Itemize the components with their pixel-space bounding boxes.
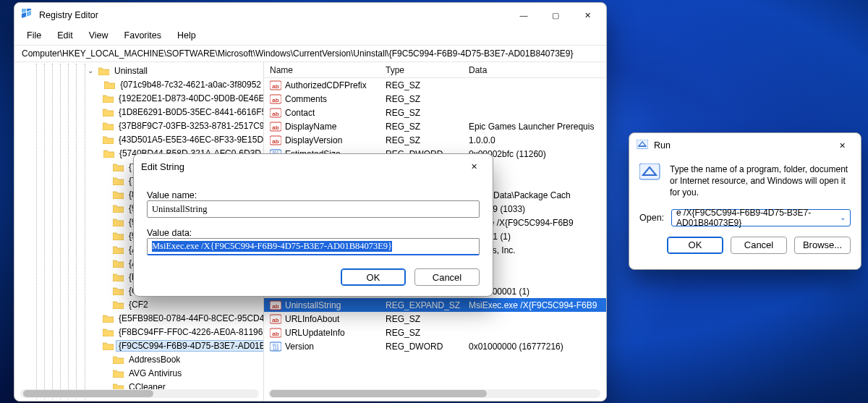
regedit-app-icon [22,9,33,22]
value-type-icon [270,300,281,310]
col-data[interactable]: Data [463,65,606,75]
value-type-icon [270,122,281,132]
value-type-icon [270,94,281,104]
open-combobox[interactable]: e /X{F9C5C994-F6B9-4D75-B3E7-AD01B84073E… [671,209,851,226]
value-name-label: Value name: [147,190,480,200]
list-row[interactable]: UninstallStringREG_EXPAND_SZMsiExec.exe … [264,298,606,312]
run-dialog: Run ✕ Type the name of a program, folder… [629,132,861,270]
run-ok-button[interactable]: OK [667,237,723,254]
menu-file[interactable]: File [20,29,48,42]
tree-node[interactable]: AddressBook [14,352,263,366]
menu-view[interactable]: View [82,29,115,42]
regedit-title: Registry Editor [39,10,98,20]
value-type-icon [270,80,281,90]
tree-node[interactable]: {CF2 [14,297,263,311]
regedit-titlebar[interactable]: Registry Editor ― ▢ ✕ [14,3,606,27]
tree-node[interactable]: {37B8F9C7-03FB-3253-8781-2517C9 [14,119,263,132]
tree-node[interactable]: {43D501A5-E5E3-46EC-8F33-9E15D2 [14,132,263,146]
value-type-icon [270,135,281,145]
list-row[interactable]: DisplayNameREG_SZEpic Games Launcher Pre… [264,119,606,133]
tree-node[interactable]: {192E20E1-D873-40DC-9D0B-0E46E [14,91,263,105]
value-data-input[interactable]: MsiExec.exe /X{F9C5C994-F6B9-4D75-B3E7-A… [147,238,480,255]
run-title: Run [654,140,671,150]
list-row[interactable]: AuthorizedCDFPrefixREG_SZ [264,78,606,92]
run-browse-button[interactable]: Browse... [794,237,851,254]
open-label: Open: [639,213,664,223]
menu-favorites[interactable]: Favorites [118,29,168,42]
tree-node[interactable]: AVG Antivirus [14,366,263,380]
tree-node[interactable]: {1D8E6291-B0D5-35EC-8441-6616F5 [14,105,263,119]
edit-string-dialog: Edit String ✕ Value name: Value data: Ms… [133,153,493,297]
value-type-icon [270,314,281,324]
tree-node[interactable]: {F8BC94FF-FF0C-4226-AE0A-811960 [14,325,263,339]
tree-node[interactable]: {071c9b48-7c32-4621-a0ac-3f80952 [14,77,263,91]
open-value: e /X{F9C5C994-F6B9-4D75-B3E7-AD01B84073E… [676,208,835,228]
run-description: Type the name of a program, folder, docu… [670,164,851,199]
value-type-icon [270,108,281,118]
run-titlebar[interactable]: Run ✕ [629,133,861,158]
menu-edit[interactable]: Edit [51,29,80,42]
list-row[interactable]: URLUpdateInfoREG_SZ [264,326,606,339]
minimize-button[interactable]: ― [508,4,540,26]
value-data-selected-text: MsiExec.exe /X{F9C5C994-F6B9-4D75-B3E7-A… [152,241,392,252]
tree-node[interactable]: {E5FB98E0-0784-44F0-8CEC-95CD46 [14,311,263,325]
run-icon [639,164,661,183]
tree-node-root[interactable]: ⌄Uninstall [14,64,263,77]
list-row[interactable]: ContactREG_SZ [264,106,606,119]
address-bar[interactable]: Computer\HKEY_LOCAL_MACHINE\SOFTWARE\Mic… [14,45,606,62]
chevron-down-icon[interactable]: ⌄ [840,213,846,221]
list-header[interactable]: Name Type Data [264,62,606,78]
run-app-icon [637,140,648,152]
edit-string-close-button[interactable]: ✕ [458,156,490,177]
list-row[interactable]: CommentsREG_SZ [264,92,606,106]
menu-bar: File Edit View Favorites Help [14,27,606,45]
col-name[interactable]: Name [264,65,380,75]
tree-node[interactable]: {F9C5C994-F6B9-4D75-B3E7-AD01B [14,339,263,352]
run-cancel-button[interactable]: Cancel [731,237,787,254]
menu-help[interactable]: Help [171,29,203,42]
value-data-label: Value data: [147,228,480,238]
ok-button[interactable]: OK [341,268,406,286]
value-type-icon [270,328,281,338]
edit-string-titlebar[interactable]: Edit String ✕ [134,154,493,179]
run-close-button[interactable]: ✕ [826,135,858,156]
maximize-button[interactable]: ▢ [540,4,571,26]
value-name-input[interactable] [147,200,480,218]
cancel-button[interactable]: Cancel [414,268,480,286]
col-type[interactable]: Type [380,65,463,75]
tree-scrollbar-thumb[interactable] [23,390,153,397]
edit-string-title: Edit String [141,161,184,172]
list-row[interactable]: VersionREG_DWORD0x01000000 (16777216) [264,339,606,353]
list-row[interactable]: URLInfoAboutREG_SZ [264,312,606,326]
value-type-icon [270,342,281,352]
list-row[interactable]: DisplayVersionREG_SZ1.0.0.0 [264,133,606,147]
list-scrollbar-thumb[interactable] [270,390,487,397]
close-button[interactable]: ✕ [571,4,603,26]
